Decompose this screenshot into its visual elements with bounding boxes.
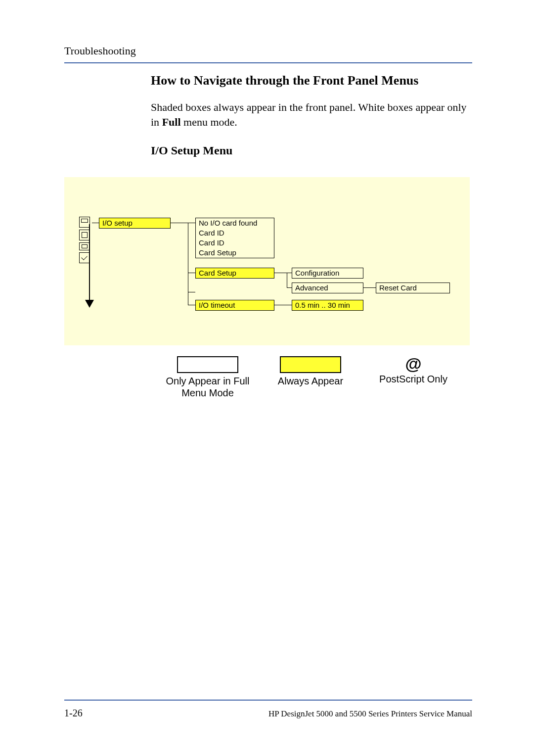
check-icon bbox=[79, 252, 90, 263]
box-configuration: Configuration bbox=[292, 268, 363, 279]
intro-text-suffix: menu mode. bbox=[181, 116, 237, 128]
connector bbox=[171, 223, 188, 223]
legend-item-white: Only Appear in Full Menu Mode bbox=[163, 356, 252, 399]
document-title: HP DesignJet 5000 and 5500 Series Printe… bbox=[268, 709, 472, 719]
legend-label-white: Only Appear in Full Menu Mode bbox=[163, 375, 252, 399]
box-io-timeout: I/O timeout bbox=[195, 300, 274, 311]
connector bbox=[188, 292, 188, 305]
label-timeout-range: 0.5 min .. 30 min bbox=[292, 300, 363, 310]
copy-icon bbox=[79, 230, 90, 240]
legend-label-yellow: Always Appear bbox=[278, 375, 343, 387]
menu-tree-diagram: I/O setup No I/O card found Card ID Card… bbox=[64, 177, 470, 345]
box-advanced: Advanced bbox=[292, 283, 363, 293]
intro-text-bold: Full bbox=[162, 116, 181, 128]
printer-icon bbox=[79, 217, 90, 228]
label-card-setup-2: Card Setup bbox=[196, 268, 274, 278]
label-advanced: Advanced bbox=[292, 283, 363, 293]
mode-icon-column bbox=[79, 217, 94, 265]
box-l1-group: No I/O card found Card ID Card ID Card S… bbox=[195, 218, 274, 258]
box-io-setup: I/O setup bbox=[99, 218, 171, 229]
label-configuration: Configuration bbox=[292, 268, 363, 278]
connector bbox=[188, 273, 195, 273]
connector bbox=[274, 273, 287, 273]
label-reset-card: Reset Card bbox=[376, 283, 449, 293]
at-sign-icon: @ bbox=[405, 356, 421, 371]
header-rule bbox=[64, 62, 472, 63]
footer-rule bbox=[64, 700, 472, 701]
legend-label-postscript: PostScript Only bbox=[379, 373, 447, 385]
label-card-id-2: Card ID bbox=[196, 238, 274, 248]
page-number: 1-26 bbox=[64, 708, 83, 719]
label-card-id-1: Card ID bbox=[196, 228, 274, 238]
down-arrow-icon bbox=[85, 300, 94, 308]
label-card-setup-1: Card Setup bbox=[196, 248, 274, 258]
legend: Only Appear in Full Menu Mode Always App… bbox=[163, 356, 472, 399]
legend-item-yellow: Always Appear bbox=[266, 356, 355, 387]
connector bbox=[287, 287, 292, 288]
legend-swatch-white bbox=[177, 356, 238, 373]
connector bbox=[188, 305, 195, 305]
connector bbox=[274, 305, 292, 305]
mode-vline bbox=[89, 224, 90, 301]
page-footer: 1-26 HP DesignJet 5000 and 5500 Series P… bbox=[64, 696, 472, 719]
heading-io-setup: I/O Setup Menu bbox=[151, 144, 472, 157]
box-card-setup: Card Setup bbox=[195, 268, 274, 279]
connector bbox=[287, 273, 287, 287]
connector bbox=[188, 223, 188, 292]
intro-paragraph: Shaded boxes always appear in the front … bbox=[151, 100, 472, 129]
legend-swatch-yellow bbox=[280, 356, 341, 373]
connector bbox=[188, 223, 195, 223]
connector bbox=[92, 223, 99, 223]
section-header: Troubleshooting bbox=[64, 45, 472, 57]
box-timeout-range: 0.5 min .. 30 min bbox=[292, 300, 363, 311]
box-reset-card: Reset Card bbox=[376, 283, 450, 293]
heading-navigate: How to Navigate through the Front Panel … bbox=[151, 73, 472, 88]
label-no-card: No I/O card found bbox=[196, 218, 274, 228]
label-io-setup: I/O setup bbox=[99, 218, 170, 228]
legend-item-postscript: @ PostScript Only bbox=[369, 356, 458, 385]
tape-icon bbox=[79, 242, 90, 250]
label-io-timeout: I/O timeout bbox=[196, 300, 274, 310]
connector bbox=[287, 273, 292, 273]
connector bbox=[188, 292, 195, 292]
connector bbox=[363, 287, 376, 288]
